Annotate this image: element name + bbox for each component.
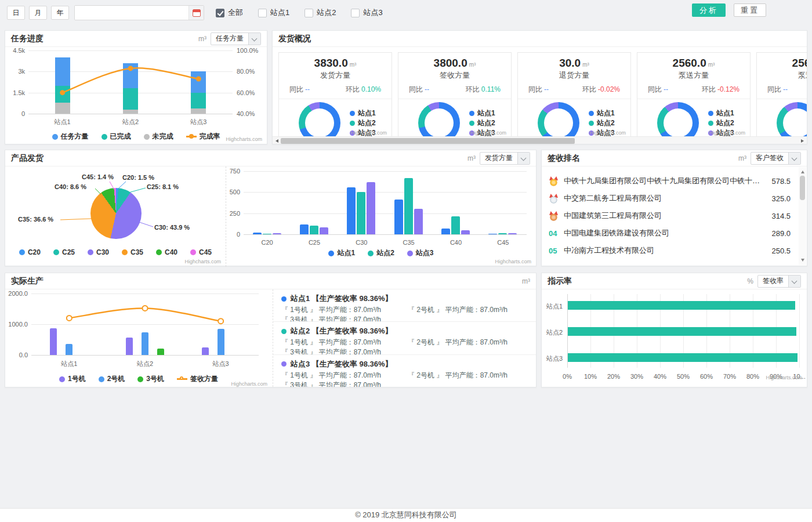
task-metric-select[interactable]: 任务方量	[211, 32, 261, 45]
checkbox-box[interactable]	[351, 9, 360, 17]
legend-item-1号机[interactable]: 1号机	[59, 374, 86, 384]
date-input[interactable]	[75, 6, 188, 20]
hbar-站点3[interactable]	[568, 353, 798, 362]
period-year-button[interactable]: 年	[51, 6, 69, 20]
legend-item-C45[interactable]: C45	[190, 248, 212, 256]
product-metric-select[interactable]: 发货方量	[480, 152, 530, 165]
legend-item-签收方量[interactable]: 签收方量	[177, 374, 218, 384]
ranking-row[interactable]: 中铁十九局集团有限公司中铁十九局集团有限公司中铁十九局集团...578.5	[542, 172, 799, 190]
bar-站点2-C25[interactable]	[310, 226, 318, 234]
station-donut-chart[interactable]	[777, 102, 807, 138]
scroll-left-arrow-icon[interactable]	[273, 137, 281, 144]
stack-segment-已完成[interactable]	[123, 88, 138, 110]
scroll-down-arrow-icon[interactable]	[799, 256, 806, 264]
legend-item-站点2[interactable]: 站点2	[469, 118, 495, 128]
station-donut-chart[interactable]	[538, 102, 579, 138]
bar-站点3-C35[interactable]	[414, 209, 423, 234]
bar-2号机-站点2[interactable]	[142, 332, 148, 355]
ranking-row[interactable]: 中交第二航务工程局有限公司325.0	[542, 190, 799, 207]
station-donut-chart[interactable]	[657, 102, 699, 138]
bar-站点2-C40[interactable]	[451, 216, 460, 234]
legend-item-已完成[interactable]: 已完成	[102, 132, 131, 142]
highcharts-credit[interactable]: Highcharts.com	[226, 136, 262, 142]
stack-segment-已完成[interactable]	[55, 86, 70, 103]
highcharts-credit[interactable]: Highcharts.com	[589, 130, 626, 136]
bar-站点1-C45[interactable]	[488, 234, 497, 234]
stack-segment-已完成[interactable]	[191, 93, 206, 108]
stack-segment-任务方量[interactable]	[123, 63, 138, 89]
legend-item-2号机[interactable]: 2号机	[99, 374, 125, 384]
highcharts-credit[interactable]: Highcharts.com	[231, 381, 267, 387]
legend-item-站点1[interactable]: 站点1	[328, 248, 355, 258]
bar-1号机-站点2[interactable]	[126, 338, 133, 355]
legend-item-C40[interactable]: C40	[156, 248, 177, 256]
bar-站点3-C25[interactable]	[320, 227, 328, 234]
bar-站点2-C30[interactable]	[357, 192, 365, 234]
station-donut-chart[interactable]	[418, 102, 460, 138]
horizontal-scrollbar[interactable]	[273, 136, 807, 144]
vertical-scrollbar[interactable]	[799, 167, 806, 265]
checkbox-站点1[interactable]: 站点1	[258, 8, 289, 18]
hbar-站点2[interactable]	[568, 327, 796, 336]
highcharts-credit[interactable]: Highcharts.com	[709, 130, 745, 136]
legend-item-站点1[interactable]: 站点1	[708, 108, 734, 118]
checkbox-全部[interactable]: 全部	[216, 8, 243, 18]
legend-item-任务方量[interactable]: 任务方量	[52, 132, 89, 142]
bar-站点1-C20[interactable]	[253, 233, 262, 234]
ranking-row[interactable]: 中国建筑第三工程局有限公司314.5	[542, 207, 799, 224]
scrollbar-thumb[interactable]	[800, 176, 805, 200]
stack-segment-未完成[interactable]	[191, 108, 206, 114]
bar-1号机-站点3[interactable]	[202, 347, 209, 355]
stack-segment-任务方量[interactable]	[55, 57, 70, 85]
scrollbar-thumb[interactable]	[281, 138, 575, 144]
stack-segment-任务方量[interactable]	[191, 71, 206, 92]
ranking-row[interactable]: 05中冶南方工程技术有限公司250.5	[542, 242, 799, 259]
legend-item-站点2[interactable]: 站点2	[368, 248, 394, 258]
checkbox-box[interactable]	[216, 9, 224, 17]
highcharts-credit[interactable]: Highcharts.com	[470, 130, 506, 136]
bar-站点3-C40[interactable]	[461, 230, 470, 234]
bar-站点3-C45[interactable]	[508, 233, 517, 234]
rate-metric-select[interactable]: 签收率	[757, 275, 801, 288]
calendar-button[interactable]	[188, 6, 204, 20]
checkbox-box[interactable]	[258, 9, 267, 17]
bar-站点1-C35[interactable]	[394, 200, 403, 234]
bar-2号机-站点1[interactable]	[66, 344, 72, 355]
legend-item-C35[interactable]: C35	[122, 248, 143, 256]
ranking-metric-select[interactable]: 客户签收	[751, 152, 801, 165]
stack-segment-未完成[interactable]	[55, 103, 70, 114]
reset-button[interactable]: 重置	[734, 3, 766, 17]
legend-item-未完成[interactable]: 未完成	[144, 132, 173, 142]
legend-item-站点1[interactable]: 站点1	[589, 108, 615, 118]
checkbox-站点3[interactable]: 站点3	[351, 8, 382, 18]
highcharts-credit[interactable]: Highcharts.com	[350, 130, 387, 136]
checkbox-box[interactable]	[304, 9, 313, 17]
legend-item-完成率[interactable]: 完成率	[186, 132, 220, 142]
bar-站点1-C40[interactable]	[441, 229, 450, 234]
period-month-button[interactable]: 月	[29, 6, 47, 20]
bar-站点1-C25[interactable]	[300, 224, 309, 234]
highcharts-credit[interactable]: Highcharts.com	[184, 259, 221, 264]
legend-item-3号机[interactable]: 3号机	[137, 374, 164, 384]
bar-站点3-C30[interactable]	[367, 182, 375, 234]
bar-3号机-站点2[interactable]	[157, 349, 164, 355]
legend-item-站点1[interactable]: 站点1	[350, 108, 376, 118]
scroll-right-arrow-icon[interactable]	[799, 137, 806, 144]
scroll-up-arrow-icon[interactable]	[799, 168, 806, 176]
legend-item-C20[interactable]: C20	[19, 248, 41, 256]
bar-站点2-C20[interactable]	[263, 234, 271, 234]
bar-站点3-C20[interactable]	[273, 233, 281, 234]
stack-segment-未完成[interactable]	[123, 110, 138, 114]
bar-站点1-C30[interactable]	[347, 187, 356, 234]
legend-item-站点1[interactable]: 站点1	[469, 108, 495, 118]
legend-item-C30[interactable]: C30	[88, 248, 109, 256]
hbar-站点1[interactable]	[568, 301, 795, 310]
product-pie[interactable]	[90, 188, 142, 239]
legend-item-站点2[interactable]: 站点2	[708, 118, 734, 128]
analyze-button[interactable]: 分析	[692, 3, 726, 17]
legend-item-C25[interactable]: C25	[53, 248, 75, 256]
bar-站点2-C35[interactable]	[404, 178, 413, 234]
bar-2号机-站点3[interactable]	[217, 329, 224, 355]
bar-1号机-站点1[interactable]	[50, 328, 57, 355]
legend-item-站点2[interactable]: 站点2	[350, 118, 376, 128]
